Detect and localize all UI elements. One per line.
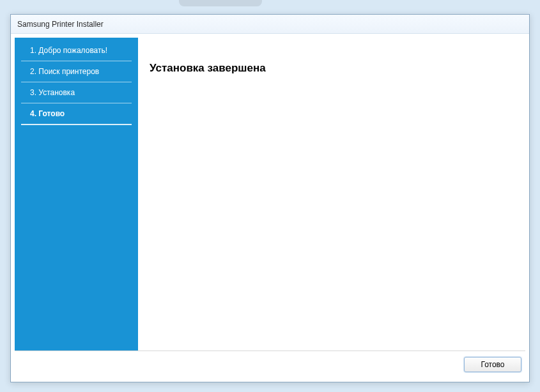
footer: Готово	[15, 351, 525, 378]
background-shadow	[179, 0, 262, 6]
step-search-printers: 2. Поиск принтеров	[21, 61, 132, 82]
installer-window: Samsung Printer Installer 1. Добро пожал…	[10, 14, 530, 382]
window-title: Samsung Printer Installer	[17, 20, 104, 29]
client-area: 1. Добро пожаловать! 2. Поиск принтеров …	[11, 34, 529, 382]
step-done: 4. Готово	[21, 103, 132, 125]
page-heading: Установка завершена	[150, 62, 514, 75]
done-button[interactable]: Готово	[464, 357, 521, 372]
step-install: 3. Установка	[21, 82, 132, 103]
main-area: 1. Добро пожаловать! 2. Поиск принтеров …	[15, 38, 525, 351]
titlebar[interactable]: Samsung Printer Installer	[11, 15, 529, 34]
sidebar: 1. Добро пожаловать! 2. Поиск принтеров …	[15, 38, 138, 351]
content-panel: Установка завершена	[138, 38, 525, 351]
step-welcome: 1. Добро пожаловать!	[21, 40, 132, 61]
